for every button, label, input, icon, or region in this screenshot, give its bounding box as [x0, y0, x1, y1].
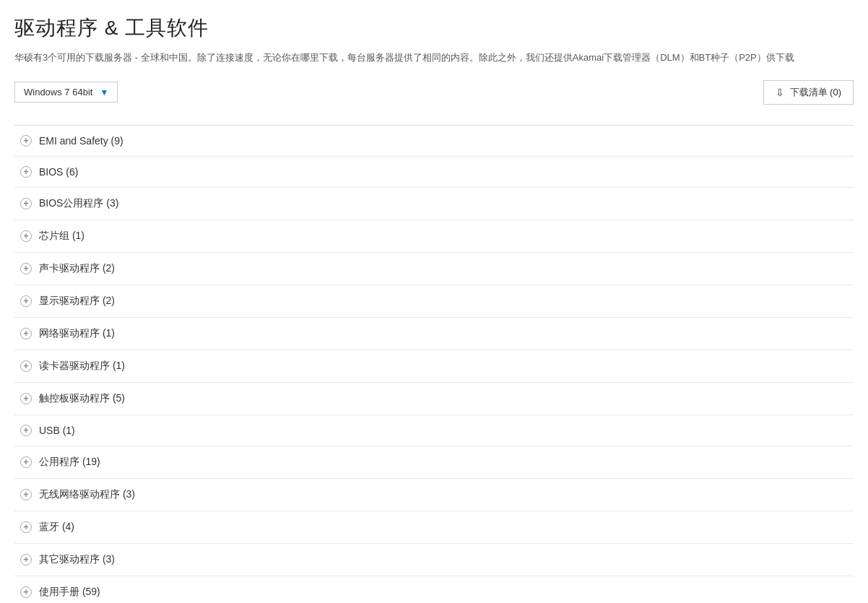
download-btn-label: 下载清单 (0) — [790, 86, 842, 99]
chevron-down-icon: ▼ — [100, 87, 108, 97]
category-label: 芯片组 (1) — [39, 230, 84, 243]
category-label: 使用手册 (59) — [39, 586, 100, 599]
category-row[interactable]: +无线网络驱动程序 (3) — [14, 479, 854, 511]
category-item: +芯片组 (1) — [14, 220, 854, 253]
plus-icon: + — [20, 586, 32, 598]
page-title: 驱动程序 & 工具软件 — [14, 14, 854, 42]
plus-icon: + — [20, 425, 32, 436]
category-row[interactable]: +触控板驱动程序 (5) — [14, 383, 854, 415]
category-label: 无线网络驱动程序 (3) — [39, 488, 135, 501]
category-item: +声卡驱动程序 (2) — [14, 253, 854, 285]
category-item: +读卡器驱动程序 (1) — [14, 350, 854, 383]
category-row[interactable]: +BIOS公用程序 (3) — [14, 188, 854, 220]
category-item: +其它驱动程序 (3) — [14, 544, 854, 576]
category-row[interactable]: +读卡器驱动程序 (1) — [14, 350, 854, 382]
plus-icon: + — [20, 554, 32, 565]
category-label: 声卡驱动程序 (2) — [39, 262, 115, 275]
plus-icon: + — [20, 393, 32, 404]
category-row[interactable]: +其它驱动程序 (3) — [14, 544, 854, 576]
download-list-button[interactable]: ⇩ 下载清单 (0) — [763, 80, 854, 105]
category-item: +无线网络驱动程序 (3) — [14, 479, 854, 511]
category-label: 蓝牙 (4) — [39, 521, 74, 534]
category-row[interactable]: +EMI and Safety (9) — [14, 126, 854, 156]
plus-icon: + — [20, 230, 32, 242]
category-item: +公用程序 (19) — [14, 446, 854, 479]
category-item: +触控板驱动程序 (5) — [14, 383, 854, 415]
category-item: +网络驱动程序 (1) — [14, 318, 854, 350]
category-row[interactable]: +蓝牙 (4) — [14, 511, 854, 543]
plus-icon: + — [20, 360, 32, 372]
page-description: 华硕有3个可用的下载服务器 - 全球和中国。除了连接速度，无论你在哪里下载，每台… — [14, 51, 854, 66]
category-label: USB (1) — [39, 425, 75, 436]
category-row[interactable]: +显示驱动程序 (2) — [14, 285, 854, 317]
os-selector[interactable]: Windows 7 64bit ▼ — [14, 82, 118, 103]
category-label: 公用程序 (19) — [39, 456, 100, 469]
category-label: 读卡器驱动程序 (1) — [39, 360, 125, 373]
category-label: 其它驱动程序 (3) — [39, 553, 115, 566]
category-item: +EMI and Safety (9) — [14, 126, 854, 157]
toolbar: Windows 7 64bit ▼ ⇩ 下载清单 (0) — [14, 80, 854, 113]
plus-icon: + — [20, 328, 32, 339]
category-item: +使用手册 (59) — [14, 576, 854, 603]
plus-icon: + — [20, 166, 32, 178]
category-row[interactable]: +芯片组 (1) — [14, 220, 854, 252]
category-label: BIOS (6) — [39, 166, 78, 178]
plus-icon: + — [20, 295, 32, 307]
plus-icon: + — [20, 198, 32, 209]
category-item: +USB (1) — [14, 415, 854, 446]
plus-icon: + — [20, 456, 32, 468]
category-row[interactable]: +公用程序 (19) — [14, 446, 854, 478]
plus-icon: + — [20, 489, 32, 500]
download-icon: ⇩ — [776, 87, 784, 98]
category-item: +BIOS (6) — [14, 157, 854, 188]
category-row[interactable]: +使用手册 (59) — [14, 576, 854, 603]
category-item: +BIOS公用程序 (3) — [14, 188, 854, 220]
plus-icon: + — [20, 263, 32, 274]
category-label: BIOS公用程序 (3) — [39, 197, 118, 210]
category-item: +显示驱动程序 (2) — [14, 285, 854, 318]
category-row[interactable]: +USB (1) — [14, 415, 854, 446]
category-row[interactable]: +网络驱动程序 (1) — [14, 318, 854, 350]
plus-icon: + — [20, 521, 32, 533]
category-row[interactable]: +BIOS (6) — [14, 157, 854, 187]
category-list: +EMI and Safety (9)+BIOS (6)+BIOS公用程序 (3… — [14, 126, 854, 603]
category-label: 显示驱动程序 (2) — [39, 295, 115, 308]
category-row[interactable]: +声卡驱动程序 (2) — [14, 253, 854, 285]
os-label: Windows 7 64bit — [24, 87, 92, 97]
page-container: 驱动程序 & 工具软件 华硕有3个可用的下载服务器 - 全球和中国。除了连接速度… — [0, 0, 868, 603]
plus-icon: + — [20, 135, 32, 147]
category-item: +蓝牙 (4) — [14, 511, 854, 544]
category-label: 触控板驱动程序 (5) — [39, 392, 125, 405]
category-label: EMI and Safety (9) — [39, 135, 123, 147]
category-label: 网络驱动程序 (1) — [39, 327, 115, 340]
